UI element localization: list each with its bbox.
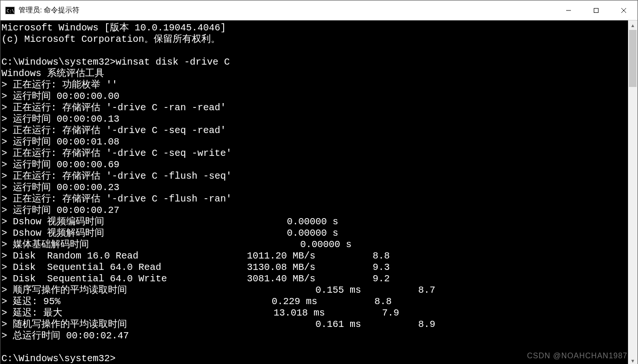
maximize-button[interactable] xyxy=(582,0,610,20)
svg-rect-1 xyxy=(594,8,599,12)
titlebar[interactable]: C:\ 管理员: 命令提示符 xyxy=(0,0,638,20)
scroll-thumb[interactable] xyxy=(629,30,637,87)
vertical-scrollbar[interactable]: ▲ ▼ xyxy=(628,20,638,364)
window-title: 管理员: 命令提示符 xyxy=(19,6,79,15)
close-button[interactable] xyxy=(610,0,638,20)
scroll-down-button[interactable]: ▼ xyxy=(628,356,638,364)
terminal-area: Microsoft Windows [版本 10.0.19045.4046] (… xyxy=(0,20,638,364)
minimize-button[interactable] xyxy=(555,0,582,20)
command-prompt-window: C:\ 管理员: 命令提示符 Microsoft Windows [版本 10.… xyxy=(0,0,638,364)
scroll-up-button[interactable]: ▲ xyxy=(628,20,638,30)
terminal-output[interactable]: Microsoft Windows [版本 10.0.19045.4046] (… xyxy=(0,20,628,364)
cmd-icon: C:\ xyxy=(5,7,15,14)
